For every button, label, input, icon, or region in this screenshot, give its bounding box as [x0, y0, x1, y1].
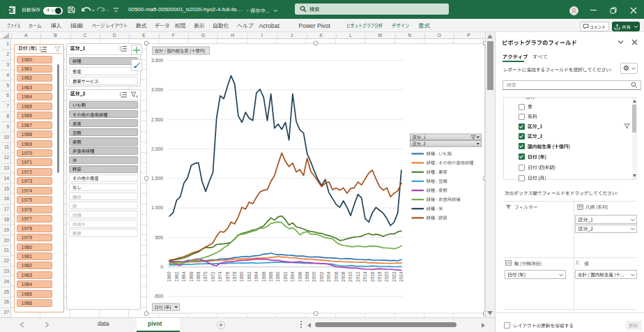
svg-text:1980: 1980	[239, 271, 244, 282]
svg-text:1988: 1988	[268, 271, 273, 282]
svg-text:2,500: 2,500	[151, 117, 162, 122]
svg-text:2024: 2024	[399, 271, 404, 282]
svg-text:1978: 1978	[231, 271, 236, 282]
svg-text:1992: 1992	[282, 271, 287, 282]
svg-text:2010: 2010	[348, 271, 353, 282]
svg-text:1982: 1982	[246, 271, 251, 282]
svg-text:1998: 1998	[304, 271, 309, 282]
svg-text:2022: 2022	[391, 271, 396, 282]
svg-text:2002: 2002	[319, 271, 323, 282]
svg-text:1968: 1968	[195, 271, 200, 282]
svg-text:1994: 1994	[290, 271, 295, 282]
svg-text:-500: -500	[153, 294, 163, 299]
svg-text:1974: 1974	[217, 271, 222, 282]
svg-text:1,000: 1,000	[151, 205, 162, 210]
svg-text:2014: 2014	[362, 271, 367, 282]
svg-text:2000: 2000	[312, 271, 316, 282]
svg-text:1972: 1972	[210, 271, 215, 282]
svg-text:2008: 2008	[340, 271, 345, 282]
svg-text:2012: 2012	[355, 271, 360, 282]
svg-text:1984: 1984	[254, 271, 259, 282]
svg-text:2,000: 2,000	[151, 146, 162, 151]
svg-text:2016: 2016	[369, 271, 374, 282]
svg-text:1960: 1960	[167, 271, 171, 282]
svg-text:2020: 2020	[384, 271, 389, 282]
svg-text:1964: 1964	[181, 271, 186, 282]
svg-text:1962: 1962	[174, 271, 178, 282]
svg-text:1986: 1986	[261, 271, 266, 282]
svg-text:0: 0	[160, 264, 163, 269]
svg-text:1996: 1996	[297, 271, 302, 282]
svg-text:500: 500	[155, 235, 163, 240]
svg-text:2006: 2006	[333, 271, 338, 282]
svg-text:1970: 1970	[203, 271, 208, 282]
svg-text:2018: 2018	[376, 271, 381, 282]
svg-text:3,000: 3,000	[151, 87, 162, 92]
svg-text:3,500: 3,500	[151, 58, 162, 63]
svg-text:1976: 1976	[224, 271, 229, 282]
svg-text:1966: 1966	[188, 271, 193, 282]
svg-text:1,500: 1,500	[151, 176, 162, 181]
svg-text:1990: 1990	[275, 271, 280, 282]
svg-text:2004: 2004	[326, 271, 331, 282]
